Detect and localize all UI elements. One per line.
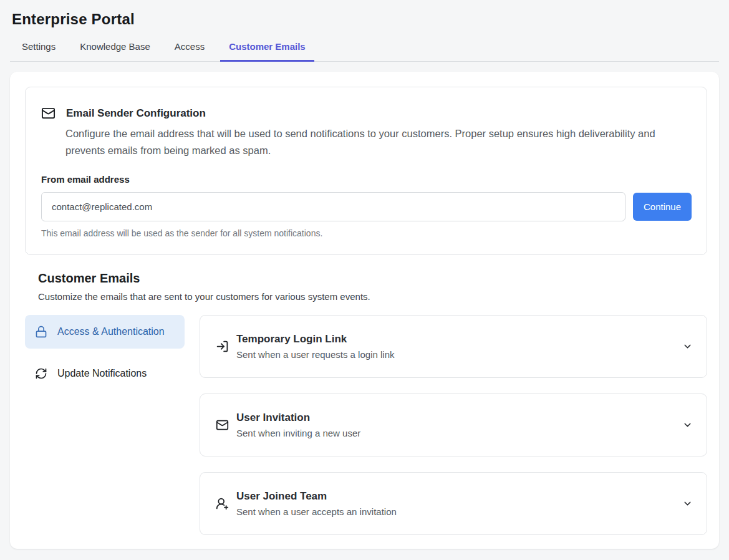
refresh-icon bbox=[35, 367, 47, 380]
email-card-title: User Joined Team bbox=[236, 490, 397, 503]
email-card-title: User Invitation bbox=[236, 412, 360, 424]
user-plus-icon bbox=[216, 497, 229, 510]
sidebar-item-update-notifications[interactable]: Update Notifications bbox=[25, 357, 185, 390]
page-title: Enterprise Portal bbox=[12, 11, 717, 28]
sidebar-item-label: Update Notifications bbox=[57, 366, 147, 381]
login-icon bbox=[216, 340, 229, 353]
tab-settings[interactable]: Settings bbox=[13, 33, 64, 61]
email-card-texts: User Invitation Sent when inviting a new… bbox=[236, 412, 360, 438]
email-card-subtitle: Sent when a user requests a login link bbox=[236, 349, 394, 360]
email-card-subtitle: Sent when inviting a new user bbox=[236, 428, 360, 438]
email-template-list: Temporary Login Link Sent when a user re… bbox=[200, 315, 707, 535]
tab-bar: Settings Knowledge Base Access Customer … bbox=[10, 33, 719, 62]
chevron-down-icon[interactable] bbox=[682, 498, 693, 509]
email-card-user-joined-team[interactable]: User Joined Team Sent when a user accept… bbox=[200, 472, 707, 535]
customer-emails-title: Customer Emails bbox=[38, 271, 707, 286]
email-card-temporary-login-link[interactable]: Temporary Login Link Sent when a user re… bbox=[200, 315, 707, 378]
sidebar-item-label: Access & Authentication bbox=[57, 324, 165, 339]
email-helper-text: This email address will be used as the s… bbox=[41, 228, 692, 238]
mail-icon bbox=[41, 106, 56, 120]
continue-button[interactable]: Continue bbox=[633, 193, 692, 221]
email-input-row: Continue bbox=[41, 192, 692, 221]
email-sender-configuration-card: Email Sender Configuration Configure the… bbox=[25, 87, 707, 255]
chevron-down-icon[interactable] bbox=[682, 420, 693, 430]
tab-customer-emails[interactable]: Customer Emails bbox=[220, 33, 314, 61]
mail-icon bbox=[216, 418, 229, 432]
email-card-user-invitation[interactable]: User Invitation Sent when inviting a new… bbox=[200, 393, 707, 456]
page-header: Enterprise Portal bbox=[0, 0, 729, 28]
chevron-down-icon[interactable] bbox=[682, 341, 693, 352]
from-email-label: From email address bbox=[41, 174, 692, 185]
config-card-header: Email Sender Configuration bbox=[41, 106, 692, 120]
email-card-texts: User Joined Team Sent when a user accept… bbox=[236, 490, 397, 517]
sidebar-item-access-authentication[interactable]: Access & Authentication bbox=[25, 315, 185, 349]
from-email-input[interactable] bbox=[41, 192, 625, 221]
email-card-texts: Temporary Login Link Sent when a user re… bbox=[236, 333, 394, 360]
lock-icon bbox=[35, 326, 47, 338]
config-card-description: Configure the email address that will be… bbox=[65, 125, 680, 159]
customer-emails-layout: Access & Authentication Update Notificat… bbox=[25, 315, 707, 535]
email-card-subtitle: Sent when a user accepts an invitation bbox=[236, 506, 397, 517]
customer-emails-subtitle: Customize the emails that are sent to yo… bbox=[38, 291, 707, 302]
email-category-sidebar: Access & Authentication Update Notificat… bbox=[25, 315, 185, 535]
email-card-title: Temporary Login Link bbox=[236, 333, 394, 345]
tab-access[interactable]: Access bbox=[166, 33, 213, 61]
tab-knowledge-base[interactable]: Knowledge Base bbox=[71, 33, 159, 61]
main-content-card: Email Sender Configuration Configure the… bbox=[10, 72, 719, 549]
config-card-title: Email Sender Configuration bbox=[66, 107, 206, 120]
customer-emails-section-header: Customer Emails Customize the emails tha… bbox=[38, 271, 707, 302]
